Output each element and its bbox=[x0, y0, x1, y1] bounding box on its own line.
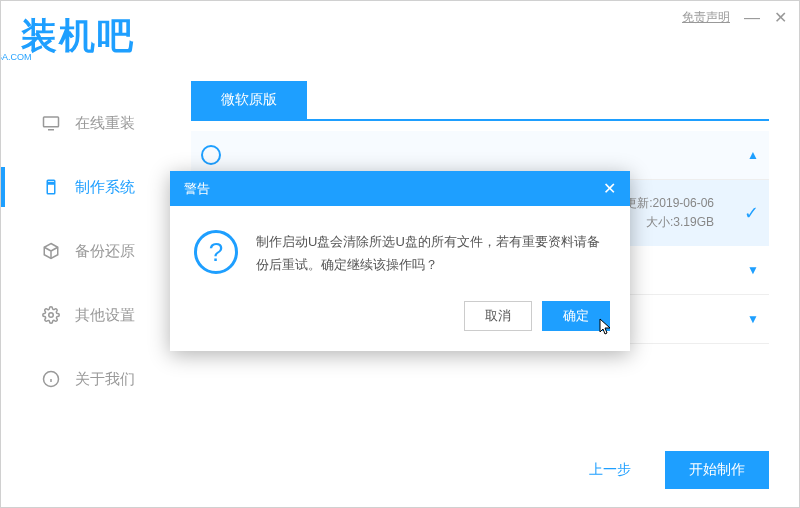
ok-label: 确定 bbox=[563, 308, 589, 323]
dialog-body: ? 制作启动U盘会清除所选U盘的所有文件，若有重要资料请备份后重试。确定继续该操… bbox=[170, 206, 630, 291]
dialog-header: 警告 ✕ bbox=[170, 171, 630, 206]
dialog-close-button[interactable]: ✕ bbox=[603, 179, 616, 198]
dialog-message: 制作启动U盘会清除所选U盘的所有文件，若有重要资料请备份后重试。确定继续该操作吗… bbox=[256, 230, 606, 277]
dialog-footer: 取消 确定 bbox=[170, 291, 630, 351]
dialog-title: 警告 bbox=[184, 180, 210, 198]
ok-button[interactable]: 确定 bbox=[542, 301, 610, 331]
cancel-button[interactable]: 取消 bbox=[464, 301, 532, 331]
warning-dialog: 警告 ✕ ? 制作启动U盘会清除所选U盘的所有文件，若有重要资料请备份后重试。确… bbox=[170, 171, 630, 351]
cursor-icon bbox=[599, 318, 615, 340]
question-icon: ? bbox=[194, 230, 238, 274]
app-window: 装机吧 ZHUANGJIBA.COM 免责声明 — ✕ 在线重装 制作系统 bbox=[0, 0, 800, 508]
modal-overlay: 警告 ✕ ? 制作启动U盘会清除所选U盘的所有文件，若有重要资料请备份后重试。确… bbox=[1, 1, 799, 507]
